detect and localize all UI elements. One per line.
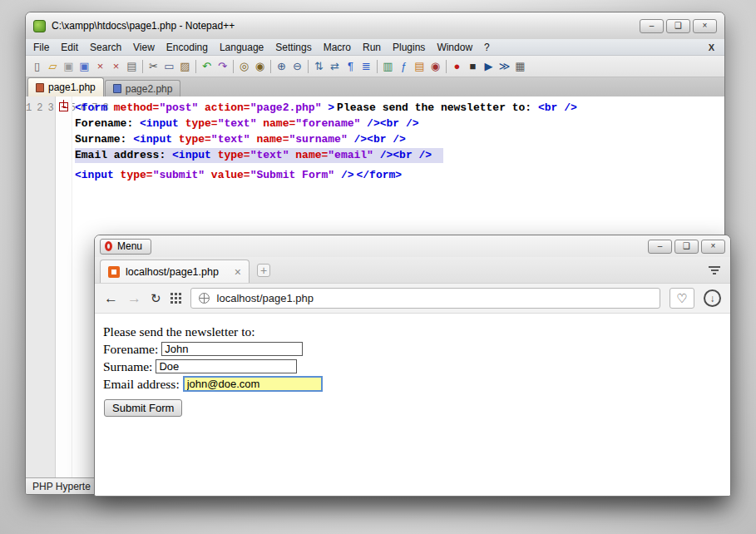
minimize-button[interactable]: –: [648, 240, 672, 254]
code-line[interactable]: </form>: [354, 169, 403, 181]
speed-dial-icon[interactable]: [170, 293, 181, 304]
undo-icon[interactable]: ↶: [199, 58, 215, 74]
notepadpp-app-icon: [33, 20, 46, 32]
tab-page1-php[interactable]: page1.php: [27, 77, 104, 96]
reload-icon[interactable]: ↻: [151, 291, 161, 305]
sync-scroll-vertical-icon[interactable]: ⇅: [311, 58, 327, 74]
email-input[interactable]: [183, 376, 323, 392]
download-icon[interactable]: ↓: [704, 289, 721, 307]
window-controls: – ❑ ×: [640, 19, 717, 33]
menu-macro[interactable]: Macro: [318, 39, 357, 55]
browser-menu-button[interactable]: Menu: [100, 239, 151, 255]
menu-search[interactable]: Search: [84, 39, 127, 55]
copy-icon[interactable]: ▭: [161, 58, 177, 74]
save-icon[interactable]: ▣: [61, 58, 77, 74]
toolbar-separator: [377, 60, 378, 73]
paste-icon[interactable]: ▨: [177, 58, 193, 74]
tab-close-icon[interactable]: ×: [228, 266, 241, 278]
menu-language[interactable]: Language: [214, 39, 269, 55]
line-number: 1: [26, 102, 37, 114]
forename-input[interactable]: [161, 342, 303, 356]
save-macro-icon[interactable]: ▦: [512, 58, 528, 74]
code-line[interactable]: Forename: <input type="text" name="foren…: [72, 117, 419, 130]
close-doc-icon[interactable]: ×: [92, 58, 108, 74]
new-file-icon[interactable]: ▯: [29, 58, 45, 74]
submit-form-button[interactable]: Submit Form: [104, 399, 182, 417]
toolbar-separator: [308, 60, 309, 73]
replace-icon[interactable]: ◉: [252, 58, 268, 74]
form-row-email: Email address:: [103, 375, 722, 393]
toolbar-separator: [446, 60, 447, 73]
menu-edit[interactable]: Edit: [55, 39, 84, 55]
menu-run[interactable]: Run: [357, 39, 387, 55]
open-folder-icon[interactable]: ▱: [45, 58, 61, 74]
notepad-titlebar[interactable]: C:\xampp\htdocs\page1.php - Notepad++ – …: [26, 12, 724, 39]
notepad-tabbar: page1.phppage2.php: [26, 77, 724, 96]
folder-workspace-icon[interactable]: ▤: [412, 58, 427, 74]
browser-window: Menu – ❑ × localhost/page1.php × + ← → ↻…: [94, 235, 731, 497]
menu-encoding[interactable]: Encoding: [161, 39, 214, 55]
code-line[interactable]: Email address: <input type="text" name="…: [72, 149, 443, 161]
code-line[interactable]: <input type="submit" value="Submit Form"…: [72, 169, 354, 181]
show-all-characters-icon[interactable]: ¶: [343, 58, 358, 74]
maximize-button[interactable]: ❑: [666, 19, 690, 33]
sync-scroll-horizontal-icon[interactable]: ⇄: [327, 58, 343, 74]
tab-label: localhost/page1.php: [126, 266, 219, 278]
newsletter-intro-text: Please send the newsletter to:: [103, 323, 722, 340]
line-number-gutter: 12345678: [26, 96, 56, 477]
code-line[interactable]: <form method="post" action="page2.php" >: [72, 101, 334, 114]
tab-label: page1.php: [48, 82, 96, 93]
tab-menu-icon[interactable]: [709, 266, 720, 274]
back-icon[interactable]: ←: [104, 291, 118, 305]
menubar-close-icon[interactable]: X: [700, 42, 723, 52]
stop-macro-icon[interactable]: ■: [465, 58, 481, 74]
forename-label: Forename:: [103, 342, 158, 357]
code-line[interactable]: Please send the newsletter to: <br />: [334, 101, 577, 114]
save-all-icon[interactable]: ▣: [77, 58, 92, 74]
browser-titlebar[interactable]: Menu – ❑ ×: [95, 235, 730, 257]
new-tab-button[interactable]: +: [257, 264, 270, 277]
code-line[interactable]: Surname: <input type="text" name="surnam…: [72, 133, 406, 146]
menu-help[interactable]: ?: [478, 39, 496, 55]
record-macro-icon[interactable]: ●: [449, 58, 465, 74]
address-bar[interactable]: localhost/page1.php: [190, 288, 660, 309]
address-text[interactable]: localhost/page1.php: [217, 292, 314, 304]
tab-favicon-icon: [108, 266, 120, 278]
menu-settings[interactable]: Settings: [269, 39, 317, 55]
toolbar-separator: [233, 60, 234, 73]
browser-tab[interactable]: localhost/page1.php ×: [100, 260, 250, 283]
cut-icon[interactable]: ✂: [146, 58, 161, 74]
menu-file[interactable]: File: [27, 39, 55, 55]
minimize-button[interactable]: –: [640, 19, 664, 33]
zoom-in-icon[interactable]: ⊕: [274, 58, 289, 74]
menu-window[interactable]: Window: [431, 39, 478, 55]
browser-viewport: Please send the newsletter to: Forename:…: [95, 314, 730, 496]
close-button[interactable]: ×: [701, 240, 725, 254]
form-row-surname: Surname:: [103, 358, 722, 375]
bookmark-heart-icon[interactable]: ♡: [670, 288, 694, 309]
code-line[interactable]: [402, 169, 404, 181]
menu-items: FileEditSearchViewEncodingLanguageSettin…: [27, 39, 496, 55]
play-macro-icon[interactable]: ▶: [481, 58, 497, 74]
zoom-out-icon[interactable]: ⊖: [289, 58, 305, 74]
tab-page2-php[interactable]: page2.php: [105, 80, 181, 96]
redo-icon[interactable]: ↷: [215, 58, 230, 74]
word-wrap-icon[interactable]: ≣: [358, 58, 374, 74]
monitoring-icon[interactable]: ◉: [427, 58, 443, 74]
doc-icon: [36, 83, 44, 92]
doc-map-icon[interactable]: ▥: [380, 58, 396, 74]
function-list-icon[interactable]: ƒ: [396, 58, 412, 74]
menu-view[interactable]: View: [127, 39, 161, 55]
close-button[interactable]: ×: [693, 19, 717, 33]
run-macro-multiple-icon[interactable]: ≫: [497, 58, 512, 74]
maximize-button[interactable]: ❑: [674, 240, 699, 254]
find-icon[interactable]: ◎: [236, 58, 252, 74]
window-controls: – ❑ ×: [648, 240, 725, 254]
close-all-docs-icon[interactable]: ×: [108, 58, 124, 74]
browser-navbar: ← → ↻ localhost/page1.php ♡ ↓: [95, 284, 730, 314]
surname-input[interactable]: [156, 359, 297, 373]
newsletter-form: Forename:Surname:Email address:: [103, 340, 722, 393]
print-icon[interactable]: ▤: [124, 58, 140, 74]
toolbar-separator: [270, 60, 271, 73]
menu-plugins[interactable]: Plugins: [387, 39, 431, 55]
